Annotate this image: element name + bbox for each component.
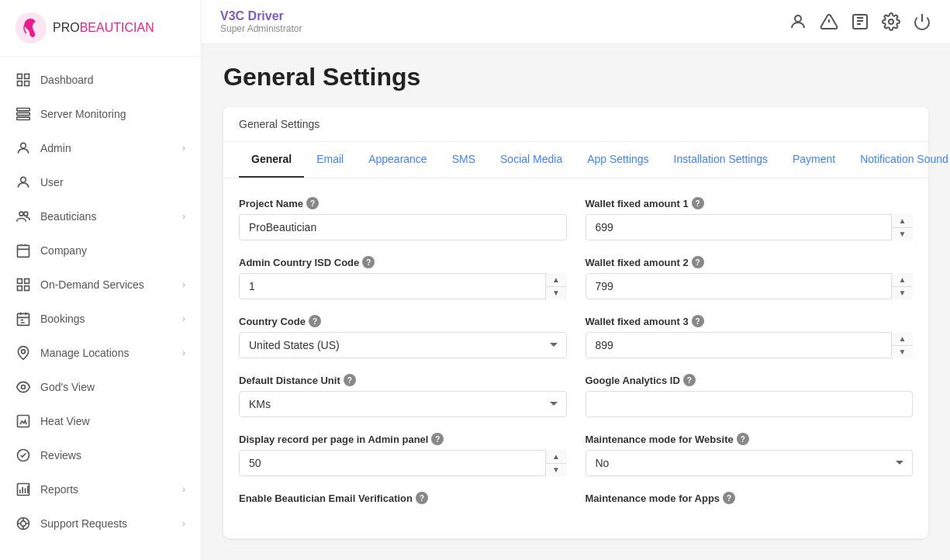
services-arrow-icon: › [182, 279, 185, 290]
wallet-1-spin-down[interactable]: ▼ [892, 228, 913, 241]
support-arrow-icon: › [182, 518, 185, 529]
svg-point-11 [24, 212, 28, 216]
country-code-help-icon: ? [309, 315, 321, 327]
notes-icon[interactable] [851, 12, 869, 31]
enable-beautician-label: Enable Beautician Email Verification ? [239, 492, 567, 504]
svg-point-8 [21, 143, 26, 148]
reviews-icon [16, 448, 31, 463]
content-area: General Settings General Settings Genera… [202, 44, 950, 560]
sidebar-item-bookings[interactable]: Bookings › [0, 302, 201, 336]
power-icon[interactable] [913, 12, 931, 31]
sidebar-item-heat-view-label: Heat View [40, 415, 185, 427]
wallet-3-spin-up[interactable]: ▲ [892, 332, 913, 346]
wallet-1-spin-up[interactable]: ▲ [892, 214, 913, 228]
logo-pro: PRO [53, 21, 80, 34]
admin-country-isd-help-icon: ? [362, 256, 375, 268]
display-record-input-wrap: ▲ ▼ [239, 450, 567, 476]
display-record-spin-down[interactable]: ▼ [546, 464, 567, 477]
display-record-input[interactable] [239, 450, 567, 476]
svg-point-24 [21, 521, 26, 527]
sidebar-item-support-requests-label: Support Requests [40, 517, 173, 530]
sidebar-item-manage-locations[interactable]: Manage Locations › [0, 336, 201, 370]
admin-country-isd-group: Admin Country ISD Code ? ▲ ▼ [239, 256, 567, 299]
wallet-1-input[interactable] [586, 214, 914, 240]
page-title: General Settings [223, 63, 928, 92]
sidebar-item-reports[interactable]: Reports › [0, 472, 201, 506]
sidebar-item-admin[interactable]: Admin › [0, 131, 201, 165]
svg-rect-5 [17, 109, 30, 111]
admin-icon [16, 140, 31, 156]
sidebar-item-server-monitoring[interactable]: Server Monitoring [0, 97, 201, 131]
sidebar-item-server-monitoring-label: Server Monitoring [40, 108, 185, 120]
country-code-select[interactable]: United States (US) United Kingdom (UK) I… [239, 332, 567, 358]
sidebar-item-reviews-label: Reviews [40, 449, 185, 461]
maintenance-apps-label: Maintenance mode for Apps ? [586, 492, 914, 504]
tab-email[interactable]: Email [304, 142, 356, 178]
reports-arrow-icon: › [182, 484, 185, 495]
project-name-input[interactable] [239, 214, 567, 240]
tab-payment[interactable]: Payment [780, 142, 848, 178]
admin-isd-spin-down[interactable]: ▼ [546, 287, 567, 300]
wallet-3-input-wrap: ▲ ▼ [586, 332, 914, 358]
maintenance-website-help-icon: ? [737, 433, 749, 445]
settings-card-header: General Settings [223, 107, 928, 142]
sidebar-item-manage-locations-label: Manage Locations [40, 347, 173, 359]
wallet-3-spin: ▲ ▼ [891, 332, 913, 358]
wallet-2-input[interactable] [586, 273, 914, 299]
default-distance-help-icon: ? [344, 374, 356, 386]
wallet-2-label: Wallet fixed amount 2 ? [586, 256, 914, 268]
google-analytics-input[interactable] [586, 391, 914, 417]
wallet-2-spin-down[interactable]: ▼ [892, 287, 913, 300]
svg-rect-16 [25, 286, 29, 291]
settings-icon[interactable] [882, 12, 900, 31]
sidebar-item-user[interactable]: User [0, 165, 201, 199]
sidebar-item-beauticians[interactable]: Beauticians › [0, 199, 201, 233]
tab-general[interactable]: General [239, 142, 304, 178]
sidebar-nav: Dashboard Server Monitoring Admin › User… [0, 57, 201, 560]
tab-sms[interactable]: SMS [440, 142, 488, 178]
admin-arrow-icon: › [182, 143, 185, 154]
sidebar-item-gods-view[interactable]: God's View [0, 370, 201, 404]
sidebar-item-dashboard[interactable]: Dashboard [0, 63, 201, 97]
svg-rect-15 [18, 286, 22, 291]
svg-point-19 [22, 385, 26, 389]
admin-country-isd-input[interactable] [239, 273, 567, 299]
sidebar-item-heat-view[interactable]: Heat View [0, 404, 201, 438]
bookings-icon [16, 311, 31, 327]
wallet-2-input-wrap: ▲ ▼ [586, 273, 914, 299]
svg-point-18 [22, 350, 26, 354]
wallet-3-spin-down[interactable]: ▼ [892, 346, 913, 359]
sidebar-item-on-demand-services-label: On-Demand Services [40, 278, 173, 291]
maintenance-website-select[interactable]: No Yes [586, 450, 914, 476]
svg-rect-1 [18, 74, 22, 79]
topbar-role: Super Administrator [220, 23, 302, 34]
sidebar-item-company-label: Company [40, 244, 185, 257]
sidebar-item-on-demand-services[interactable]: On-Demand Services › [0, 268, 201, 302]
admin-isd-spin-up[interactable]: ▲ [546, 273, 567, 287]
tab-social-media[interactable]: Social Media [488, 142, 575, 178]
sidebar-item-reviews[interactable]: Reviews [0, 438, 201, 472]
wallet-2-help-icon: ? [692, 256, 704, 268]
wallet-3-label: Wallet fixed amount 3 ? [586, 315, 914, 327]
tab-notification-sound[interactable]: Notification Sound [848, 142, 950, 178]
wallet-2-spin-up[interactable]: ▲ [892, 273, 913, 287]
topbar-user: V3C Driver Super Administrator [220, 9, 302, 34]
svg-rect-12 [18, 245, 29, 257]
wallet-3-group: Wallet fixed amount 3 ? ▲ ▼ [586, 315, 914, 358]
tab-installation-settings[interactable]: Installation Settings [662, 142, 780, 178]
tab-appearance[interactable]: Appearance [356, 142, 440, 178]
sidebar-item-support-requests[interactable]: Support Requests › [0, 506, 201, 541]
admin-isd-spin: ▲ ▼ [545, 273, 567, 299]
wallet-3-input[interactable] [586, 332, 914, 358]
bookings-arrow-icon: › [182, 313, 185, 324]
default-distance-select[interactable]: KMs Miles [239, 391, 567, 417]
display-record-spin-up[interactable]: ▲ [546, 450, 567, 464]
wallet-2-group: Wallet fixed amount 2 ? ▲ ▼ [586, 256, 914, 299]
tab-app-settings[interactable]: App Settings [575, 142, 661, 178]
sidebar-item-gods-view-label: God's View [40, 381, 185, 393]
alert-icon[interactable] [820, 12, 838, 31]
sidebar-item-beauticians-label: Beauticians [40, 210, 173, 223]
profile-icon[interactable] [789, 12, 807, 31]
form-row-3: Country Code ? United States (US) United… [239, 315, 913, 358]
sidebar-item-company[interactable]: Company [0, 233, 201, 268]
